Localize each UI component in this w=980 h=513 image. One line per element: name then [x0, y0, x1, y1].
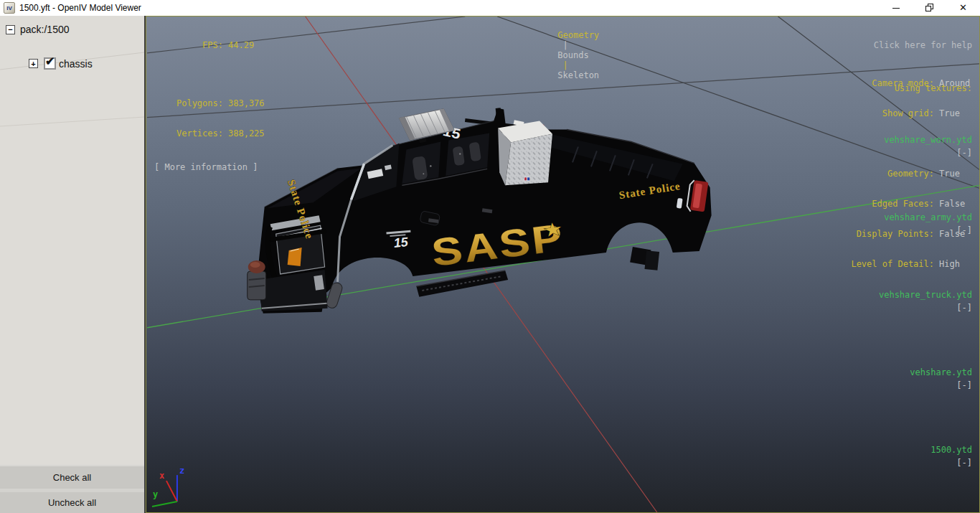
axis-x-label: x: [159, 471, 164, 481]
polygons-value: 383,376: [228, 98, 265, 108]
tab-geometry[interactable]: Geometry: [557, 30, 599, 40]
texture-name: vehshare.ytd: [910, 367, 972, 377]
check-all-button[interactable]: Check all: [0, 466, 144, 489]
tab-separator: |: [563, 60, 568, 70]
sasp-star-icon: ★: [542, 218, 563, 240]
tree-item-pack-label[interactable]: pack:/1500: [20, 24, 70, 35]
textures-title: Using textures:: [837, 82, 972, 95]
minimize-icon: [892, 8, 900, 9]
texture-item[interactable]: vehshare_army.ytd [-]: [837, 198, 972, 250]
window-title: 1500.yft - OpenIV Model Viewer: [19, 0, 141, 16]
texture-name: vehshare_army.ytd: [884, 212, 972, 222]
svg-text:15: 15: [393, 235, 410, 250]
restore-button[interactable]: [913, 0, 946, 16]
axis-y-label: y: [153, 489, 158, 499]
fps-value: 44.29: [228, 40, 254, 50]
more-information-link[interactable]: [ More information ]: [154, 162, 265, 172]
expand-expander-icon[interactable]: +: [29, 59, 38, 68]
help-link[interactable]: Click here for help: [851, 40, 972, 50]
axis-gizmo: z x y: [152, 466, 184, 507]
texture-collapse-badge[interactable]: [-]: [956, 225, 972, 235]
tree-item-chassis[interactable]: + ✔ chassis: [29, 57, 93, 70]
model-tree-panel: − pack:/1500 + ✔ chassis Check all Unche…: [0, 16, 144, 513]
window-controls: ✕: [879, 0, 980, 16]
vehicle-model-3d[interactable]: 15: [248, 108, 712, 314]
title-bar: IV 1500.yft - OpenIV Model Viewer ✕: [0, 0, 980, 16]
tab-separator: |: [563, 40, 568, 50]
texture-collapse-badge[interactable]: [-]: [956, 148, 972, 158]
display-mode-tabs: Geometry | Bounds | Skeleton: [527, 20, 599, 90]
fps-label: FPS:: [154, 40, 223, 50]
tree-item-pack[interactable]: − pack:/1500: [6, 24, 70, 35]
toolbox: [498, 121, 552, 186]
texture-name: 1500.ytd: [930, 445, 972, 455]
tab-skeleton[interactable]: Skeleton: [557, 70, 599, 80]
texture-item[interactable]: vehshare_truck.ytd [-]: [837, 276, 972, 327]
vertices-value: 388,225: [228, 128, 265, 138]
texture-item[interactable]: vehshare_worn.ytd [-]: [837, 121, 972, 172]
panel-grid-bleed: [0, 16, 144, 513]
model-viewport: 15: [146, 16, 980, 513]
step-board: [416, 270, 508, 297]
uncheck-all-button[interactable]: Uncheck all: [0, 492, 144, 513]
polygons-label: Polygons:: [154, 98, 223, 108]
axis-z-label: z: [179, 466, 184, 476]
checkmark-icon: ✔: [45, 55, 55, 68]
vertices-label: Vertices:: [154, 128, 223, 138]
tab-bounds[interactable]: Bounds: [557, 50, 588, 60]
tree-item-chassis-label[interactable]: chassis: [59, 58, 93, 70]
texture-item[interactable]: 1500.ytd [-]: [837, 430, 972, 482]
close-button[interactable]: ✕: [946, 0, 980, 16]
collapse-expander-icon[interactable]: −: [6, 25, 15, 34]
texture-collapse-badge[interactable]: [-]: [956, 303, 972, 313]
texture-collapse-badge[interactable]: [-]: [956, 380, 972, 390]
minimize-button[interactable]: [879, 0, 913, 16]
texture-name: vehshare_worn.ytd: [884, 135, 972, 145]
stats-overlay: FPS: 44.29 Polygons: 383,376 Vertices: 3…: [154, 20, 265, 192]
close-icon: ✕: [959, 0, 967, 16]
tree-actions: Check all Uncheck all: [0, 465, 144, 513]
texture-collapse-badge[interactable]: [-]: [956, 458, 972, 468]
app-icon: IV: [4, 2, 15, 14]
texture-name: vehshare_truck.ytd: [879, 290, 972, 300]
textures-overlay: Using textures: vehshare_worn.ytd [-] ve…: [837, 56, 972, 508]
chassis-checkbox[interactable]: ✔: [44, 57, 56, 70]
restore-icon: [926, 5, 933, 11]
openiv-model-viewer-window: IV 1500.yft - OpenIV Model Viewer ✕ − pa…: [0, 0, 980, 513]
texture-item[interactable]: vehshare.ytd [-]: [837, 353, 972, 405]
siren-unit: [248, 260, 266, 300]
